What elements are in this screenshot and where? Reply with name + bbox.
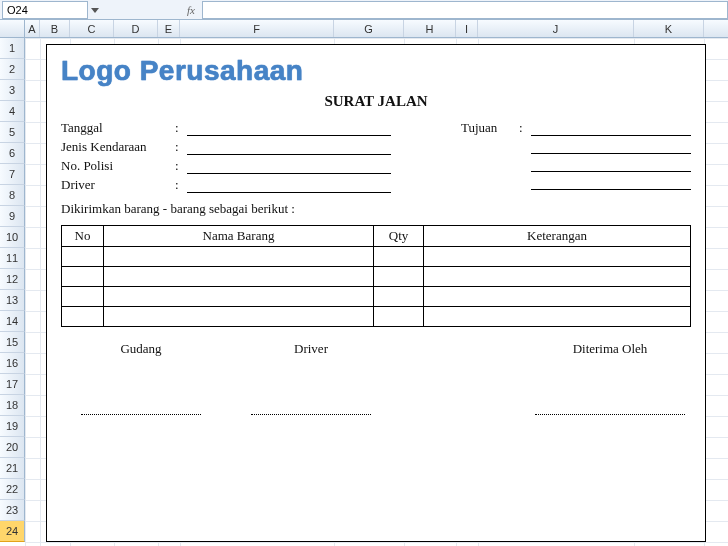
cell-no[interactable] <box>62 247 104 267</box>
row-header-24[interactable]: 24 <box>0 521 25 542</box>
formula-bar[interactable] <box>202 1 728 19</box>
spreadsheet-grid: ABCDEFGHIJK 1234567891011121314151617181… <box>0 20 728 546</box>
sig-driver-line <box>251 357 371 415</box>
document-frame: Logo Perusahaan SURAT JALAN Tanggal:Jeni… <box>46 44 706 542</box>
cells-area[interactable]: adh-excel Logo Perusahaan SURAT JALAN Ta… <box>25 38 728 546</box>
cell-no[interactable] <box>62 267 104 287</box>
col-header-H[interactable]: H <box>404 20 456 37</box>
cell-nama[interactable] <box>104 267 374 287</box>
row-header-20[interactable]: 20 <box>0 437 25 458</box>
signature-diterima: Diterima Oleh <box>535 341 685 415</box>
field-row-2: No. Polisi: <box>61 158 391 174</box>
row-header-13[interactable]: 13 <box>0 290 25 311</box>
row-header-3[interactable]: 3 <box>0 80 25 101</box>
th-qty: Qty <box>374 226 424 247</box>
row-header-12[interactable]: 12 <box>0 269 25 290</box>
field-label: No. Polisi <box>61 158 169 174</box>
cell-nama[interactable] <box>104 247 374 267</box>
th-ket: Keterangan <box>424 226 691 247</box>
table-row <box>62 307 691 327</box>
cell-qty[interactable] <box>374 287 424 307</box>
row-header-2[interactable]: 2 <box>0 59 25 80</box>
cell-nama[interactable] <box>104 307 374 327</box>
col-header-C[interactable]: C <box>70 20 114 37</box>
field-colon: : <box>175 120 181 136</box>
row-header-16[interactable]: 16 <box>0 353 25 374</box>
name-box-value: O24 <box>7 4 28 16</box>
header-fields: Tanggal:Jenis Kendaraan:No. Polisi:Drive… <box>61 120 691 193</box>
intro-text: Dikirimkan barang - barang sebagai berik… <box>61 201 691 217</box>
tujuan-row-2 <box>461 157 691 172</box>
field-colon: : <box>175 139 181 155</box>
tujuan-value-line[interactable] <box>531 139 691 154</box>
cell-qty[interactable] <box>374 267 424 287</box>
tujuan-value-line[interactable] <box>531 121 691 136</box>
field-row-0: Tanggal: <box>61 120 391 136</box>
column-headers: ABCDEFGHIJK <box>0 20 728 38</box>
field-colon: : <box>175 177 181 193</box>
document-title: SURAT JALAN <box>61 93 691 110</box>
col-header-B[interactable]: B <box>40 20 70 37</box>
row-header-9[interactable]: 9 <box>0 206 25 227</box>
col-header-D[interactable]: D <box>114 20 158 37</box>
tujuan-value-line[interactable] <box>531 175 691 190</box>
row-header-15[interactable]: 15 <box>0 332 25 353</box>
fx-icon[interactable]: fx <box>182 4 200 16</box>
row-header-22[interactable]: 22 <box>0 479 25 500</box>
field-value-line[interactable] <box>187 159 391 174</box>
cell-no[interactable] <box>62 307 104 327</box>
cell-nama[interactable] <box>104 287 374 307</box>
tujuan-row-1 <box>461 139 691 154</box>
row-header-11[interactable]: 11 <box>0 248 25 269</box>
cell-no[interactable] <box>62 287 104 307</box>
col-header-J[interactable]: J <box>478 20 634 37</box>
tujuan-value-line[interactable] <box>531 157 691 172</box>
cell-ket[interactable] <box>424 247 691 267</box>
sig-driver-label: Driver <box>251 341 371 357</box>
col-header-A[interactable]: A <box>25 20 40 37</box>
tujuan-label: Tujuan <box>461 120 513 136</box>
table-row <box>62 247 691 267</box>
cell-ket[interactable] <box>424 307 691 327</box>
tujuan-row-3 <box>461 175 691 190</box>
col-header-F[interactable]: F <box>180 20 334 37</box>
row-header-21[interactable]: 21 <box>0 458 25 479</box>
row-header-10[interactable]: 10 <box>0 227 25 248</box>
col-header-G[interactable]: G <box>334 20 404 37</box>
row-header-14[interactable]: 14 <box>0 311 25 332</box>
cell-ket[interactable] <box>424 267 691 287</box>
cell-qty[interactable] <box>374 307 424 327</box>
cell-qty[interactable] <box>374 247 424 267</box>
col-header-E[interactable]: E <box>158 20 180 37</box>
row-header-6[interactable]: 6 <box>0 143 25 164</box>
field-value-line[interactable] <box>187 140 391 155</box>
field-value-line[interactable] <box>187 178 391 193</box>
name-box[interactable]: O24 <box>2 1 88 19</box>
field-label: Driver <box>61 177 169 193</box>
row-header-4[interactable]: 4 <box>0 101 25 122</box>
row-header-5[interactable]: 5 <box>0 122 25 143</box>
row-header-17[interactable]: 17 <box>0 374 25 395</box>
cell-ket[interactable] <box>424 287 691 307</box>
table-row <box>62 287 691 307</box>
field-value-line[interactable] <box>187 121 391 136</box>
row-header-7[interactable]: 7 <box>0 164 25 185</box>
field-label: Jenis Kendaraan <box>61 139 169 155</box>
col-header-I[interactable]: I <box>456 20 478 37</box>
tujuan-row-0: Tujuan: <box>461 120 691 136</box>
name-box-dropdown[interactable] <box>88 1 102 19</box>
th-nama: Nama Barang <box>104 226 374 247</box>
signature-gudang: Gudang <box>81 341 201 415</box>
select-all-corner[interactable] <box>0 20 25 37</box>
row-header-23[interactable]: 23 <box>0 500 25 521</box>
table-row <box>62 267 691 287</box>
row-header-1[interactable]: 1 <box>0 38 25 59</box>
field-row-1: Jenis Kendaraan: <box>61 139 391 155</box>
row-header-8[interactable]: 8 <box>0 185 25 206</box>
sig-gudang-label: Gudang <box>81 341 201 357</box>
formula-bar-row: O24 fx <box>0 0 728 20</box>
row-header-18[interactable]: 18 <box>0 395 25 416</box>
row-header-19[interactable]: 19 <box>0 416 25 437</box>
field-row-3: Driver: <box>61 177 391 193</box>
col-header-K[interactable]: K <box>634 20 704 37</box>
